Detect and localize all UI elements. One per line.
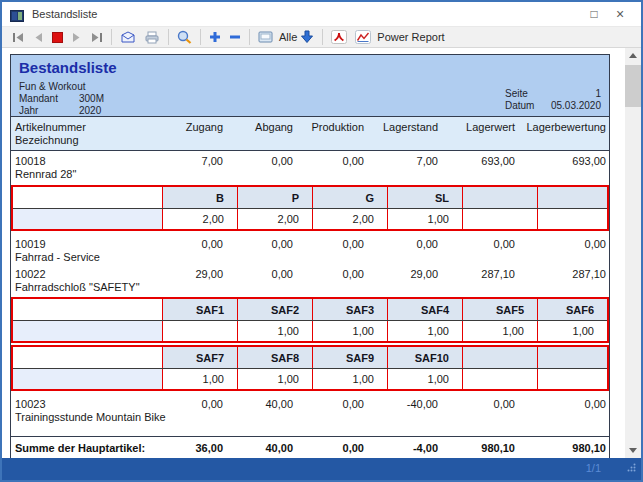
stop-icon xyxy=(52,32,63,43)
title-bar: Bestandsliste □ × xyxy=(2,2,641,26)
summary-value: 980,10 xyxy=(441,442,518,454)
first-page-button[interactable] xyxy=(8,27,29,47)
report-header: Bestandsliste Fun & Workout Mandant300M … xyxy=(11,55,609,117)
toolbar-separator xyxy=(168,29,169,45)
meta-seite: Seite1 xyxy=(505,88,601,100)
subtable-cell: SAF10 xyxy=(387,347,462,368)
subtable-cell xyxy=(537,369,607,389)
subtable-cell: 2,00 xyxy=(162,209,237,229)
article-row-10022: 1002229,000,000,0029,00287,10287,10Fahrr… xyxy=(11,264,609,294)
detail-subtable: BPGSL2,002,002,001,00 xyxy=(11,185,609,231)
scrollbar-track[interactable] xyxy=(625,63,641,443)
zoom-out-button[interactable] xyxy=(225,27,245,47)
print-button[interactable] xyxy=(140,27,164,47)
subtable-cell: SAF4 xyxy=(387,299,462,320)
article-value: 287,10 xyxy=(441,268,518,281)
resize-grip-icon[interactable] xyxy=(627,458,636,476)
zoom-button[interactable] xyxy=(173,27,196,47)
article-value: 693,00 xyxy=(518,155,609,168)
article-value: 40,00 xyxy=(226,398,296,411)
subtable-cell: SL xyxy=(387,187,462,208)
article-value: 7,00 xyxy=(171,155,226,168)
arrow-down-icon xyxy=(629,448,637,453)
window-icon xyxy=(10,8,24,20)
meta-datum: Datum05.03.2020 xyxy=(505,100,601,112)
seite-value: 1 xyxy=(543,88,601,100)
pdf-icon xyxy=(331,30,347,44)
jahr-label: Jahr xyxy=(19,105,79,117)
article-value: 0,00 xyxy=(441,238,518,251)
article-value: 0,00 xyxy=(367,238,441,251)
column-header-produktion: Produktion xyxy=(296,121,367,133)
subtable-cell: SAF9 xyxy=(312,347,387,368)
article-row-10023: 100230,0040,000,00-40,000,000,00Training… xyxy=(11,394,609,424)
article-value: 0,00 xyxy=(518,398,609,411)
toolbar-separator xyxy=(249,29,250,45)
arrow-down-icon xyxy=(300,30,314,44)
article-value: -40,00 xyxy=(367,398,441,411)
pages-icon xyxy=(258,31,273,43)
power-report-label: Power Report xyxy=(374,31,447,43)
toolbar-separator xyxy=(111,29,112,45)
summary-value: 0,00 xyxy=(296,442,367,454)
close-button[interactable]: × xyxy=(607,3,633,25)
subtable-value-row: 1,001,001,001,001,00 xyxy=(13,320,607,341)
vertical-scrollbar[interactable] xyxy=(625,48,641,458)
previous-page-button[interactable] xyxy=(29,27,48,47)
first-page-icon xyxy=(12,32,25,43)
maximize-button[interactable]: □ xyxy=(581,3,607,25)
envelope-icon xyxy=(120,31,136,44)
subtable-cell xyxy=(13,209,162,229)
subtable-cell xyxy=(462,187,537,208)
pdf-export-button[interactable] xyxy=(327,27,351,47)
minus-icon xyxy=(229,31,241,43)
report-window: Bestandsliste □ × xyxy=(0,0,643,482)
subtable-cell xyxy=(162,321,237,341)
status-bar: 1/1 xyxy=(2,458,641,480)
arrow-up-icon xyxy=(629,53,637,58)
column-header-artikel: Artikelnummer Bezeichnung xyxy=(11,121,171,147)
subtable-cell: 1,00 xyxy=(387,209,462,229)
subtable-cell xyxy=(13,369,162,389)
next-page-button[interactable] xyxy=(67,27,86,47)
power-report-button[interactable]: Power Report xyxy=(351,27,451,47)
subtable-cell: 1,00 xyxy=(537,321,607,341)
article-value: 0,00 xyxy=(296,238,367,251)
scroll-down-button[interactable] xyxy=(625,443,641,458)
subtable-cell xyxy=(462,369,537,389)
stop-button[interactable] xyxy=(48,27,67,47)
toolbar: Alle Power Report xyxy=(2,26,641,48)
last-page-button[interactable] xyxy=(86,27,107,47)
article-id: 10023 xyxy=(11,398,171,411)
summary-value: 980,10 xyxy=(518,442,609,454)
printer-icon xyxy=(144,31,160,44)
scroll-up-button[interactable] xyxy=(625,48,641,63)
table-header: Artikelnummer Bezeichnung ZugangAbgangPr… xyxy=(11,117,609,151)
subtable-cell: 1,00 xyxy=(162,369,237,389)
article-value: 29,00 xyxy=(367,268,441,281)
meta-right: Seite1 Datum05.03.2020 xyxy=(505,88,601,112)
subtable-cell xyxy=(537,187,607,208)
magnifier-icon xyxy=(177,30,192,44)
article-row-10019: 100190,000,000,000,000,000,00Fahrrad - S… xyxy=(11,234,609,264)
subtable-cell: G xyxy=(312,187,387,208)
detail-subtable: SAF1SAF2SAF3SAF4SAF5SAF61,001,001,001,00… xyxy=(11,297,609,343)
subtable-cell xyxy=(537,347,607,368)
print-all-button[interactable]: Alle xyxy=(254,27,318,47)
subtable-cell: 1,00 xyxy=(387,369,462,389)
subtable-cell: 2,00 xyxy=(237,209,312,229)
send-mail-button[interactable] xyxy=(116,27,140,47)
article-row-10018: 100187,000,000,007,00693,00693,00Rennrad… xyxy=(11,151,609,181)
subtable-header-row: BPGSL xyxy=(13,187,607,208)
article-value: 0,00 xyxy=(441,398,518,411)
subtable-cell xyxy=(462,209,537,229)
zoom-in-button[interactable] xyxy=(205,27,225,47)
scrollbar-thumb[interactable] xyxy=(625,65,641,107)
subtable-value-row: 1,001,001,001,00 xyxy=(13,368,607,389)
subtable-value-row: 2,002,002,001,00 xyxy=(13,208,607,229)
mandant-label: Mandant xyxy=(19,93,79,105)
datum-value: 05.03.2020 xyxy=(543,100,601,112)
artikelnummer-label: Artikelnummer xyxy=(15,121,171,134)
page-indicator: 1/1 xyxy=(586,462,601,474)
subtable-cell xyxy=(13,347,162,368)
